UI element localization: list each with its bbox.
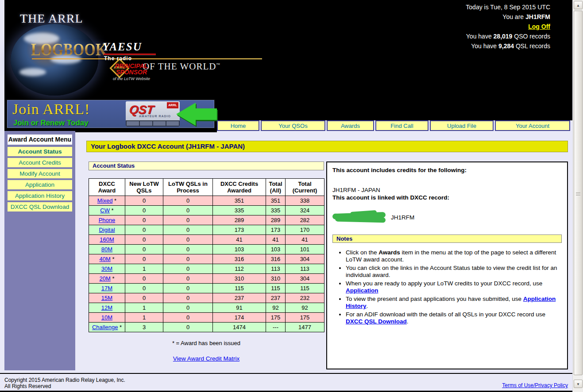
table-cell: 0 <box>163 235 213 245</box>
table-cell: 310 <box>213 274 266 284</box>
user-info-block: Today is Tue, 8 Sep 2015 UTC You are JH1… <box>466 2 550 51</box>
table-cell: 0 <box>125 293 163 303</box>
table-cell: 115 <box>286 284 324 293</box>
award-cell: 160M <box>89 235 125 245</box>
note-text: You can click on the links in the Accoun… <box>346 265 557 278</box>
nav-item-your-qsos[interactable]: Your QSOs <box>261 120 325 131</box>
table-cell: 173 <box>213 225 266 235</box>
award-link-12m[interactable]: 12M <box>101 304 112 311</box>
award-link-40m[interactable]: 40M <box>100 256 111 262</box>
scroll-down-icon[interactable]: ▼ <box>574 380 583 388</box>
award-cell: Mixed * <box>89 196 125 206</box>
note-link-application[interactable]: Application <box>346 287 378 294</box>
table-cell: 0 <box>163 196 213 206</box>
column-header: Total (All) <box>266 179 286 196</box>
table-cell: 0 <box>163 215 213 225</box>
nav-item-find-call[interactable]: Find Call <box>375 120 429 131</box>
award-cell: CW * <box>89 206 125 215</box>
award-link-mixed[interactable]: Mixed <box>97 197 113 204</box>
table-cell: 0 <box>125 225 163 235</box>
award-link-20m[interactable]: 20M <box>100 275 111 282</box>
award-link-15m[interactable]: 15M <box>101 295 112 301</box>
nav-link[interactable]: Home <box>231 123 246 129</box>
includes-heading: This account includes credits for the fo… <box>332 167 562 173</box>
table-cell: 1474 <box>213 323 266 332</box>
table-row: 30M10112113113 <box>89 264 324 274</box>
table-row: 20M *00310310304 <box>89 274 324 284</box>
table-cell: 0 <box>125 215 163 225</box>
scroll-up-icon[interactable]: ▲ <box>574 1 583 9</box>
note-text: When you are ready to apply your LoTW cr… <box>346 280 542 287</box>
table-cell: 324 <box>286 206 324 215</box>
sidebar-item-application-history[interactable]: Application History <box>8 191 72 200</box>
award-link-17m[interactable]: 17M <box>101 285 112 292</box>
award-cell: Challenge * <box>89 323 125 332</box>
table-cell: 115 <box>266 284 286 293</box>
award-link-80m[interactable]: 80M <box>101 246 112 253</box>
sidebar-item-modify-account[interactable]: Modify Account <box>8 169 72 178</box>
sponsor-small-text: of the LoTW Website <box>103 77 160 81</box>
note-text: . <box>367 303 368 309</box>
table-cell: 289 <box>213 215 266 225</box>
table-cell: 0 <box>163 323 213 332</box>
sponsor-principal: PRINCIPALSPONSOR <box>103 63 160 75</box>
terms-privacy-link[interactable]: Terms of Use/Privacy Policy <box>502 382 568 388</box>
note-link-dxcc-qsl-download[interactable]: DXCC QSL Download <box>346 318 407 325</box>
sidebar-item-dxcc-qsl-download[interactable]: DXCC QSL Download <box>8 202 72 211</box>
table-cell: 92 <box>266 303 286 313</box>
table-cell: 113 <box>266 264 286 274</box>
award-cell: 40M * <box>89 254 125 264</box>
view-award-credit-matrix-link[interactable]: View Award Credit Matrix <box>173 355 239 362</box>
scrollbar-grip <box>576 192 580 196</box>
terms-link-wrap: Terms of Use/Privacy Policy <box>502 382 568 388</box>
sidebar-item-account-status[interactable]: Account Status <box>8 147 72 156</box>
nav-link[interactable]: Upload File <box>447 123 476 129</box>
award-link-challenge[interactable]: Challenge <box>92 324 118 331</box>
sponsor-logo: YAESU The radio PRINCIPALSPONSOR of the … <box>103 41 160 81</box>
nav-link[interactable]: Awards <box>341 123 360 129</box>
award-link-cw[interactable]: CW <box>100 207 110 214</box>
award-cell: Digital <box>89 225 125 235</box>
note-item: To view the present and past application… <box>346 296 562 310</box>
table-cell: 289 <box>266 215 286 225</box>
award-link-160m[interactable]: 160M <box>100 236 114 243</box>
issued-asterisk: * <box>111 256 115 262</box>
award-link-30m[interactable]: 30M <box>101 265 112 272</box>
logbook-wordmark: LOGBOOK <box>31 39 107 60</box>
column-header: DXCC Credits Awarded <box>213 179 266 196</box>
join-arrl-banner[interactable]: Join ARRL! Join or Renew Today QST AMATE… <box>6 99 215 129</box>
table-cell: 304 <box>286 254 324 264</box>
award-link-digital[interactable]: Digital <box>99 227 115 233</box>
qso-count: 28,019 <box>494 33 513 40</box>
nav-link[interactable]: Your Account <box>516 123 549 129</box>
table-cell: 103 <box>266 245 286 254</box>
table-cell: 0 <box>163 303 213 313</box>
linked-heading: This account is linked with DXCC record: <box>332 194 562 201</box>
nav-item-your-account[interactable]: Your Account <box>495 120 570 131</box>
sidebar-item-application[interactable]: Application <box>8 180 72 189</box>
note-item: Click on the Awards item in the menu at … <box>346 249 562 263</box>
nav-item-awards[interactable]: Awards <box>327 120 374 131</box>
award-link-10m[interactable]: 10M <box>101 314 112 321</box>
nav-item-home[interactable]: Home <box>217 120 259 131</box>
table-cell: 0 <box>125 254 163 264</box>
linked-callsign: JH1RFM <box>391 214 414 221</box>
logoff-link[interactable]: Log Off <box>528 22 550 31</box>
vertical-scrollbar[interactable]: ▲ ▼ <box>572 0 583 392</box>
nav-link[interactable]: Find Call <box>390 123 413 129</box>
award-link-phone[interactable]: Phone <box>99 217 116 223</box>
banner-title: Join ARRL! <box>12 101 90 118</box>
table-cell: 0 <box>163 313 213 323</box>
table-cell: 316 <box>266 254 286 264</box>
issued-asterisk: * <box>110 207 114 214</box>
column-header: Total (Current) <box>286 179 324 196</box>
scrollbar-thumb[interactable] <box>574 11 583 375</box>
table-cell: 174 <box>213 313 266 323</box>
qst-magazine-image: QST AMATEUR RADIO ARRL <box>126 101 180 127</box>
nav-link[interactable]: Your QSOs <box>278 123 307 129</box>
award-cell: Phone <box>89 215 125 225</box>
sidebar-item-account-credits[interactable]: Account Credits <box>8 158 72 167</box>
table-cell: 0 <box>163 284 213 293</box>
yaesu-rule <box>104 54 156 55</box>
nav-item-upload-file[interactable]: Upload File <box>430 120 494 131</box>
